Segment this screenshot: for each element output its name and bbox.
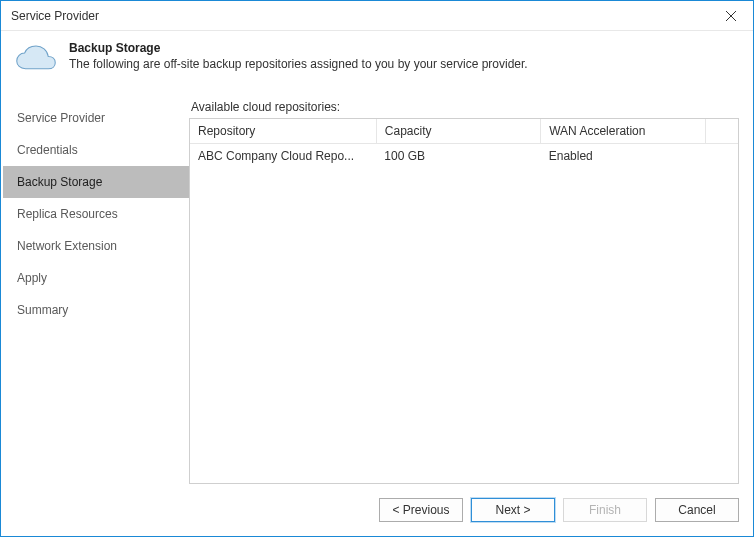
window-title: Service Provider bbox=[11, 9, 99, 23]
table-row[interactable]: ABC Company Cloud Repo... 100 GB Enabled bbox=[190, 144, 738, 169]
sidebar-item-replica-resources[interactable]: Replica Resources bbox=[3, 198, 189, 230]
sidebar-item-network-extension[interactable]: Network Extension bbox=[3, 230, 189, 262]
dialog-header: Backup Storage The following are off-sit… bbox=[1, 31, 753, 94]
close-icon bbox=[726, 11, 736, 21]
repositories-table-wrapper: Repository Capacity WAN Acceleration ABC… bbox=[189, 118, 739, 484]
titlebar: Service Provider bbox=[1, 1, 753, 31]
page-subtitle: The following are off-site backup reposi… bbox=[69, 57, 528, 71]
cell-repository: ABC Company Cloud Repo... bbox=[190, 144, 376, 169]
main-panel: Available cloud repositories: Repository… bbox=[189, 94, 739, 484]
finish-button: Finish bbox=[563, 498, 647, 522]
header-text: Backup Storage The following are off-sit… bbox=[69, 41, 528, 71]
cell-capacity: 100 GB bbox=[376, 144, 540, 169]
col-capacity[interactable]: Capacity bbox=[376, 119, 540, 144]
sidebar-item-service-provider[interactable]: Service Provider bbox=[3, 102, 189, 134]
service-provider-dialog: Service Provider Backup Storage The foll… bbox=[0, 0, 754, 537]
previous-button[interactable]: < Previous bbox=[379, 498, 463, 522]
page-title: Backup Storage bbox=[69, 41, 528, 55]
sidebar-item-summary[interactable]: Summary bbox=[3, 294, 189, 326]
repositories-label: Available cloud repositories: bbox=[189, 100, 739, 114]
col-repository[interactable]: Repository bbox=[190, 119, 376, 144]
wizard-sidebar: Service Provider Credentials Backup Stor… bbox=[3, 94, 189, 484]
sidebar-item-credentials[interactable]: Credentials bbox=[3, 134, 189, 166]
table-header-row: Repository Capacity WAN Acceleration bbox=[190, 119, 738, 144]
col-wan[interactable]: WAN Acceleration bbox=[541, 119, 705, 144]
col-spacer bbox=[705, 119, 738, 144]
dialog-footer: < Previous Next > Finish Cancel bbox=[1, 484, 753, 536]
cell-wan: Enabled bbox=[541, 144, 705, 169]
dialog-body: Service Provider Credentials Backup Stor… bbox=[1, 94, 753, 484]
close-button[interactable] bbox=[709, 1, 753, 31]
sidebar-item-backup-storage[interactable]: Backup Storage bbox=[3, 166, 189, 198]
next-button[interactable]: Next > bbox=[471, 498, 555, 522]
cancel-button[interactable]: Cancel bbox=[655, 498, 739, 522]
cloud-icon bbox=[15, 41, 57, 78]
repositories-table: Repository Capacity WAN Acceleration ABC… bbox=[190, 119, 738, 168]
sidebar-item-apply[interactable]: Apply bbox=[3, 262, 189, 294]
